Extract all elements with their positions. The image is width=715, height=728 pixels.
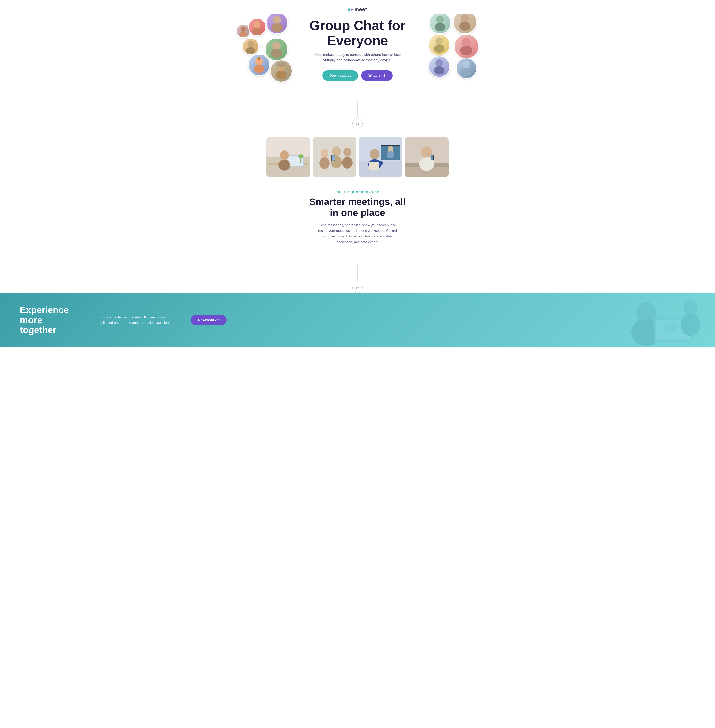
svg-point-34 (278, 160, 290, 171)
svg-rect-57 (369, 162, 379, 170)
section-number-1: 01 (352, 118, 363, 128)
cta-content: Experience more together Stay connected … (20, 305, 695, 335)
avatar-left-6 (265, 38, 288, 61)
avatar-left-2 (248, 18, 266, 36)
photo-card-1 (266, 137, 310, 177)
svg-point-26 (463, 61, 470, 68)
cta-title: Experience more together (20, 305, 83, 335)
svg-point-11 (272, 42, 281, 50)
avatar-right-4 (454, 34, 479, 59)
hero-subtitle: Meet makes it easy to connect with other… (308, 52, 407, 63)
logo-bar: meet (0, 0, 715, 14)
svg-point-16 (436, 16, 444, 23)
features-description: Send messages, share files, show your sc… (316, 222, 399, 245)
section-number-2: 02 (352, 282, 363, 293)
features-label: BUILT FOR MODERN USE (296, 190, 419, 193)
svg-point-20 (436, 38, 443, 45)
svg-point-40 (319, 157, 330, 169)
avatar-right-6 (456, 58, 477, 79)
svg-point-0 (241, 27, 246, 32)
svg-point-44 (342, 157, 353, 169)
svg-point-23 (460, 45, 472, 56)
photo-card-2 (312, 137, 356, 177)
svg-point-12 (271, 49, 282, 58)
cta-download-button[interactable]: Downloadv1.3 (191, 315, 227, 325)
svg-point-4 (273, 16, 281, 24)
features-section: BUILT FOR MODERN USE Smarter meetings, a… (288, 187, 427, 257)
svg-point-41 (332, 147, 341, 156)
svg-point-14 (276, 71, 287, 79)
svg-point-3 (252, 28, 262, 35)
svg-point-2 (254, 21, 261, 28)
avatar-right-5 (428, 56, 450, 77)
divider-line-1 (358, 101, 358, 116)
divider-01: 01 (0, 93, 715, 133)
avatar-right-3 (428, 34, 450, 56)
hero-content: Group Chat for Everyone Meet makes it ea… (248, 14, 467, 93)
svg-point-36 (299, 154, 303, 158)
svg-point-17 (435, 23, 445, 31)
svg-point-21 (434, 44, 445, 53)
svg-point-18 (461, 14, 469, 23)
logo-dot-purple (351, 9, 353, 11)
avatar-left-7 (270, 60, 292, 82)
svg-point-56 (378, 161, 383, 165)
whatis-button[interactable]: What is it? (361, 70, 393, 81)
download-button[interactable]: Downloadv1.3 (322, 70, 358, 81)
svg-point-1 (239, 32, 247, 38)
logo-dot-teal (348, 8, 350, 11)
logo-dots (348, 8, 353, 11)
svg-point-25 (434, 66, 445, 75)
photo-card-3 (359, 137, 403, 177)
svg-rect-65 (431, 155, 433, 160)
svg-point-19 (459, 22, 471, 31)
photo-grid (258, 133, 457, 187)
svg-point-6 (247, 41, 254, 47)
svg-point-33 (280, 150, 289, 160)
svg-rect-46 (332, 156, 335, 160)
svg-rect-15 (276, 62, 286, 68)
cta-description: Stay connected with reliable HD meetings… (100, 315, 175, 325)
svg-point-39 (321, 149, 329, 157)
svg-point-5 (272, 23, 283, 32)
svg-point-53 (386, 151, 394, 158)
photo-card-4 (405, 137, 449, 177)
cta-banner: Experience more together Stay connected … (0, 293, 715, 347)
divider-02: 02 (0, 257, 715, 293)
svg-point-43 (343, 148, 351, 157)
divider-line-2 (358, 265, 358, 281)
svg-point-22 (462, 38, 471, 47)
svg-point-10 (258, 57, 261, 60)
logo-text: meet (354, 6, 367, 12)
svg-point-24 (436, 59, 443, 67)
svg-point-7 (246, 47, 255, 54)
svg-point-27 (461, 68, 471, 76)
hero-section: Group Chat for Everyone Meet makes it ea… (0, 14, 715, 93)
avatar-left-5 (248, 54, 270, 76)
features-title: Smarter meetings, all in one place (296, 196, 419, 218)
svg-point-62 (421, 146, 432, 158)
svg-point-54 (370, 149, 379, 159)
svg-point-9 (254, 65, 264, 73)
avatar-left-4 (242, 38, 259, 55)
